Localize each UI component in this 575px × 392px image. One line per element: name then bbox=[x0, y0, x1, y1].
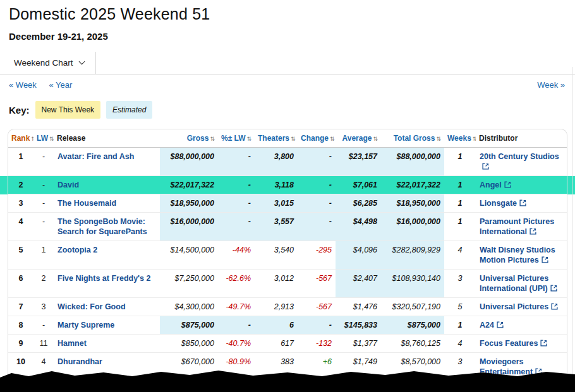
column-header-theaters[interactable]: Theaters⇅ bbox=[255, 129, 298, 148]
distributor-cell: Focus Features bbox=[476, 335, 567, 353]
page-right-border bbox=[572, 67, 572, 392]
sort-arrows-icon: ⇅ bbox=[436, 136, 441, 142]
table-row: 8-Marty Supreme$875,000-6-$145,833$875,0… bbox=[8, 316, 567, 335]
chart-type-dropdown[interactable]: Weekend Chart bbox=[8, 52, 96, 74]
legend-key: Key: New This Week Estimated bbox=[0, 95, 575, 126]
distributor-link[interactable]: Universal Pictures bbox=[480, 302, 558, 311]
release-link[interactable]: Avatar: Fire and Ash bbox=[58, 152, 134, 161]
distributor-link[interactable]: Lionsgate bbox=[480, 199, 526, 208]
distributor-link[interactable]: Paramount Pictures International bbox=[480, 217, 554, 236]
percent-change-cell: - bbox=[218, 316, 255, 335]
distributor-cell: Universal Pictures International (UPI) bbox=[476, 270, 567, 298]
gross-cell: $850,000 bbox=[160, 335, 218, 353]
release-link[interactable]: Zootopia 2 bbox=[58, 246, 97, 254]
release-link[interactable]: Five Nights at Freddy's 2 bbox=[58, 274, 150, 283]
weekend-chart-table: Rank⇅LW⇅ReleaseGross⇅%± LW⇅Theaters⇅Chan… bbox=[8, 129, 567, 381]
key-estimated-chip: Estimated bbox=[106, 101, 152, 119]
weeks-cell: 1 bbox=[444, 316, 476, 335]
column-header-rank[interactable]: Rank⇅ bbox=[8, 129, 33, 148]
release-link[interactable]: David bbox=[58, 181, 79, 189]
weeks-cell: 1 bbox=[444, 213, 476, 241]
release-link[interactable]: The Housemaid bbox=[58, 199, 116, 208]
weeks-cell: 4 bbox=[444, 241, 476, 270]
column-header-change[interactable]: Change⇅ bbox=[298, 129, 336, 148]
column-header-weeks[interactable]: Weeks⇅ bbox=[444, 129, 476, 148]
column-header-average[interactable]: Average⇅ bbox=[336, 129, 381, 148]
release-cell: Hamnet bbox=[54, 335, 160, 353]
last-week-rank-cell: 3 bbox=[33, 298, 54, 316]
total-gross-cell: $18,950,000 bbox=[381, 194, 444, 213]
distributor-link[interactable]: Walt Disney Studios Motion Pictures bbox=[480, 246, 555, 264]
release-link[interactable]: The SpongeBob Movie: Search for SquarePa… bbox=[58, 217, 147, 236]
sort-arrows-icon: ⇅ bbox=[373, 136, 378, 142]
theater-change-cell: - bbox=[298, 194, 336, 213]
external-link-icon bbox=[482, 163, 489, 170]
percent-change-cell: -40.7% bbox=[218, 335, 255, 353]
distributor-link[interactable]: Angel bbox=[480, 181, 511, 189]
release-cell: Marty Supreme bbox=[54, 316, 160, 335]
release-cell: David bbox=[54, 176, 160, 194]
distributor-cell: Lionsgate bbox=[476, 194, 567, 213]
column-header-distributor: Distributor bbox=[476, 129, 567, 148]
release-cell: Zootopia 2 bbox=[54, 241, 160, 270]
chart-type-dropdown-label: Weekend Chart bbox=[14, 58, 73, 68]
average-cell: $1,476 bbox=[336, 298, 381, 316]
total-gross-cell: $875,000 bbox=[381, 316, 444, 335]
rank-cell: 7 bbox=[8, 298, 33, 316]
release-cell: The SpongeBob Movie: Search for SquarePa… bbox=[54, 213, 160, 241]
theater-change-cell: -295 bbox=[298, 241, 336, 270]
gross-cell: $875,000 bbox=[160, 316, 218, 335]
pagination-nav: « Week « Year Week » bbox=[0, 74, 575, 95]
external-link-icon bbox=[551, 303, 558, 310]
chevron-down-icon bbox=[78, 59, 85, 65]
last-week-rank-cell: - bbox=[33, 194, 54, 213]
prev-year-link[interactable]: « Year bbox=[49, 80, 72, 90]
column-header-gross[interactable]: Gross⇅ bbox=[160, 129, 218, 148]
external-link-icon bbox=[497, 321, 504, 328]
last-week-rank-cell: 2 bbox=[33, 270, 54, 298]
weekend-chart-page: Domestic 2025 Weekend 51 December 19-21,… bbox=[0, 0, 575, 381]
distributor-link[interactable]: A24 bbox=[480, 321, 504, 330]
average-cell: $4,498 bbox=[336, 213, 381, 241]
average-cell: $23,157 bbox=[336, 148, 381, 176]
distributor-link[interactable]: 20th Century Studios bbox=[480, 152, 559, 171]
release-cell: The Housemaid bbox=[54, 194, 160, 213]
percent-change-cell: -49.7% bbox=[218, 298, 255, 316]
sort-arrows-icon: ⇅ bbox=[31, 136, 33, 142]
sort-arrows-icon: ⇅ bbox=[49, 136, 54, 142]
column-header-label: Theaters bbox=[258, 134, 289, 143]
theaters-cell: 3,015 bbox=[255, 194, 298, 213]
average-cell: $145,833 bbox=[336, 316, 381, 335]
release-link[interactable]: Dhurandhar bbox=[58, 357, 102, 366]
gross-cell: $88,000,000 bbox=[160, 148, 218, 176]
theater-change-cell: - bbox=[298, 176, 336, 194]
release-link[interactable]: Marty Supreme bbox=[58, 321, 114, 330]
total-gross-cell: $282,809,929 bbox=[381, 241, 444, 270]
distributor-link[interactable]: Universal Pictures International (UPI) bbox=[480, 274, 557, 293]
release-link[interactable]: Wicked: For Good bbox=[58, 302, 126, 311]
distributor-link[interactable]: Focus Features bbox=[480, 339, 547, 348]
theaters-cell: 2,913 bbox=[255, 298, 298, 316]
theaters-cell: 617 bbox=[255, 335, 298, 353]
prev-week-link[interactable]: « Week bbox=[9, 80, 37, 90]
average-cell: $4,096 bbox=[336, 241, 381, 270]
column-header-label: Change bbox=[301, 134, 329, 143]
table-row: 911Hamnet$850,000-40.7%617-132$1,377$8,7… bbox=[8, 335, 567, 353]
release-link[interactable]: Hamnet bbox=[58, 339, 87, 348]
column-header-label: Gross bbox=[187, 134, 209, 143]
rank-cell: 4 bbox=[8, 213, 33, 241]
next-week-link[interactable]: Week » bbox=[537, 80, 565, 90]
distributor-cell: 20th Century Studios bbox=[476, 148, 567, 176]
distributor-cell: Paramount Pictures International bbox=[476, 213, 567, 241]
column-header-lw[interactable]: LW⇅ bbox=[33, 129, 54, 148]
external-link-icon bbox=[542, 256, 548, 263]
percent-change-cell: - bbox=[218, 148, 255, 176]
sort-arrows-icon: ⇅ bbox=[330, 136, 335, 142]
theater-change-cell: -567 bbox=[298, 298, 336, 316]
percent-change-cell: -62.6% bbox=[218, 270, 255, 298]
rank-cell: 9 bbox=[8, 335, 33, 353]
column-header--lw[interactable]: %± LW⇅ bbox=[218, 129, 255, 148]
external-link-icon bbox=[504, 181, 511, 188]
column-header-total-gross[interactable]: Total Gross⇅ bbox=[381, 129, 444, 148]
last-week-rank-cell: - bbox=[33, 148, 54, 176]
